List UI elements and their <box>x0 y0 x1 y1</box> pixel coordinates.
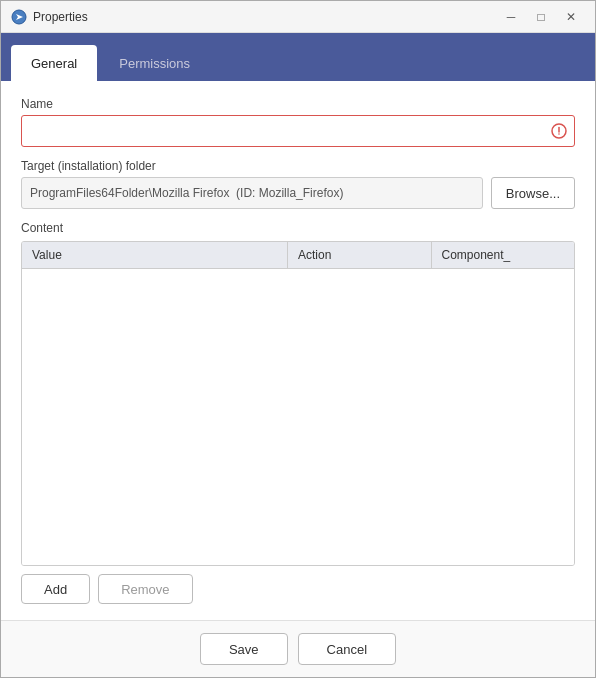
column-component: Component_ <box>432 242 575 268</box>
tab-permissions[interactable]: Permissions <box>99 45 210 81</box>
name-input-wrapper <box>21 115 575 147</box>
name-field-group: Name <box>21 97 575 147</box>
bottom-bar: Save Cancel <box>1 620 595 677</box>
column-action: Action <box>288 242 432 268</box>
save-button[interactable]: Save <box>200 633 288 665</box>
content-area: Name Target (installation) folder Browse… <box>1 81 595 620</box>
maximize-button[interactable]: □ <box>527 6 555 28</box>
minimize-button[interactable]: ─ <box>497 6 525 28</box>
table-buttons: Add Remove <box>21 574 575 604</box>
target-folder-group: Target (installation) folder Browse... <box>21 159 575 209</box>
target-label: Target (installation) folder <box>21 159 575 173</box>
close-button[interactable]: ✕ <box>557 6 585 28</box>
content-table: Value Action Component_ <box>21 241 575 566</box>
table-body <box>22 269 574 565</box>
add-button[interactable]: Add <box>21 574 90 604</box>
tab-bar: General Permissions <box>1 33 595 81</box>
browse-button[interactable]: Browse... <box>491 177 575 209</box>
column-value: Value <box>22 242 288 268</box>
name-label: Name <box>21 97 575 111</box>
app-icon <box>11 9 27 25</box>
title-bar: Properties ─ □ ✕ <box>1 1 595 33</box>
table-header: Value Action Component_ <box>22 242 574 269</box>
target-folder-input[interactable] <box>21 177 483 209</box>
content-section: Content Value Action Component_ Add Remo… <box>21 221 575 604</box>
name-input[interactable] <box>21 115 575 147</box>
target-folder-row: Browse... <box>21 177 575 209</box>
properties-window: Properties ─ □ ✕ General Permissions Nam… <box>0 0 596 678</box>
window-title: Properties <box>33 10 497 24</box>
tab-general[interactable]: General <box>11 45 97 81</box>
remove-button[interactable]: Remove <box>98 574 192 604</box>
cancel-button[interactable]: Cancel <box>298 633 396 665</box>
window-controls: ─ □ ✕ <box>497 6 585 28</box>
content-label: Content <box>21 221 575 235</box>
